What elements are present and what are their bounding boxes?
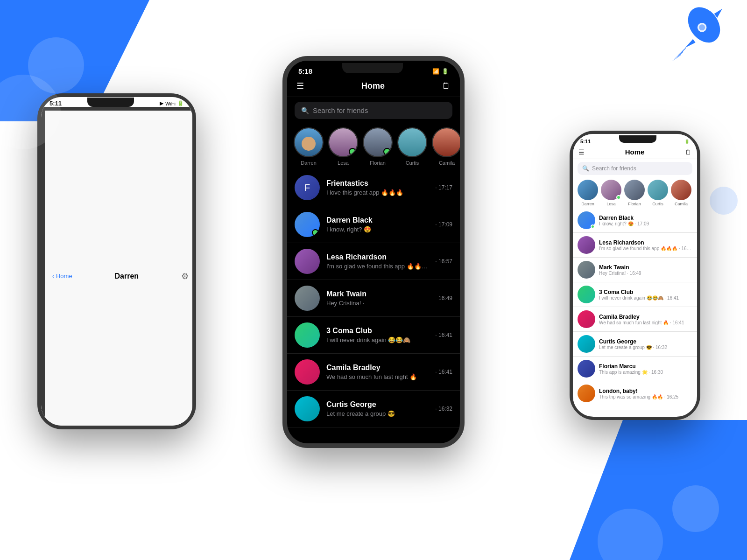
chat-name: Frientastics xyxy=(326,179,429,188)
center-notch xyxy=(342,63,403,73)
right-story-darren[interactable]: Darren xyxy=(578,180,598,206)
right-chat-name: London, baby! xyxy=(599,388,692,394)
right-menu-icon[interactable]: ☰ xyxy=(578,148,585,156)
right-chat-avatar xyxy=(578,286,595,303)
left-status-icons: ▶ WiFi 🔋 xyxy=(160,100,184,106)
chat-name: Curtis George xyxy=(326,400,429,409)
right-chat-item[interactable]: Camila Bradley We had so much fun last n… xyxy=(573,307,697,332)
right-story-curtis[interactable]: Curtis xyxy=(648,180,668,206)
right-chat-name: Darren Black xyxy=(599,215,692,221)
story-avatar-lesa xyxy=(328,127,358,157)
right-chat-info: Lesa Richardson I'm so glad we found thi… xyxy=(599,239,692,251)
right-chat-preview: I know, right? 😍 · 17:09 xyxy=(599,221,692,226)
left-phone: 5:11 ▶ WiFi 🔋 ‹ Home Darren ⚙ Hey Cristi… xyxy=(37,93,196,429)
chat-info-darren: Darren Black I know, right? 😍 xyxy=(326,216,429,233)
chat-info-camila-bradley: Camila Bradley We had so much fun last n… xyxy=(326,364,429,380)
right-story-avatar-curtis xyxy=(648,180,668,200)
story-label-florian: Florian xyxy=(370,160,386,166)
right-story-florian[interactable]: Florian xyxy=(624,180,645,206)
right-search-icon: 🔍 xyxy=(582,165,589,172)
right-status-icons: 🔋 xyxy=(684,139,690,144)
right-compose-icon[interactable]: 🗒 xyxy=(685,148,691,156)
right-story-label-lesa: Lesa xyxy=(606,202,616,206)
rocket-icon xyxy=(668,5,728,65)
chat-avatar-3coma xyxy=(295,322,320,348)
story-item-lesa[interactable]: Lesa xyxy=(328,127,358,166)
chat-item-3coma[interactable]: 3 Coma Club I will never drink again 😂😂🙈… xyxy=(287,317,460,354)
chat-item-darren-black[interactable]: Darren Black I know, right? 😍 · 17:09 xyxy=(287,206,460,243)
chat-avatar-curtis-george xyxy=(295,396,320,421)
right-story-camila[interactable]: Camila xyxy=(671,180,691,206)
right-status-time: 5:11 xyxy=(580,139,591,144)
chat-preview: Hey Cristina! · xyxy=(326,300,432,307)
right-chat-name: Florian Marcu xyxy=(599,363,692,370)
center-status-icons: 📶 🔋 xyxy=(432,68,449,75)
left-back-button[interactable]: ‹ Home xyxy=(52,273,72,280)
right-search-placeholder[interactable]: Search for friends xyxy=(592,165,636,172)
right-notch xyxy=(619,135,656,143)
left-chat-header: ‹ Home Darren ⚙ xyxy=(41,107,192,426)
story-label-lesa: Lesa xyxy=(338,160,349,166)
chat-preview: We had so much fun last night 🔥 xyxy=(326,373,429,380)
left-chat-partner-name: Darren xyxy=(77,272,176,280)
right-chat-info: Mark Twain Hey Cristina! · 16:49 xyxy=(599,264,692,276)
right-chat-preview: We had so much fun last night 🔥 · 16:41 xyxy=(599,320,692,325)
chat-name: Darren Black xyxy=(326,216,429,224)
right-chat-info: Curtis George Let me create a group 😎 · … xyxy=(599,338,692,350)
right-chat-avatar xyxy=(578,360,595,378)
right-chat-item[interactable]: Curtis George Let me create a group 😎 · … xyxy=(573,332,697,357)
chat-time: · 17:17 xyxy=(435,184,452,191)
right-chat-item[interactable]: Mark Twain Hey Cristina! · 16:49 xyxy=(573,258,697,282)
chat-time: · 16:41 xyxy=(435,369,452,375)
right-chat-avatar xyxy=(578,211,595,229)
story-avatar-darren xyxy=(294,127,324,157)
story-label-camila: Camila xyxy=(439,160,455,166)
chat-time: · 16:57 xyxy=(435,258,452,265)
chat-info-curtis-george: Curtis George Let me create a group 😎 xyxy=(326,400,429,417)
center-story-row: Darren Lesa Florian Curtis xyxy=(287,124,460,169)
chat-name: Camila Bradley xyxy=(326,364,429,372)
right-chat-item[interactable]: Florian Marcu This app is amazing 🌟 · 16… xyxy=(573,357,697,381)
center-search-placeholder[interactable]: Search for friends xyxy=(313,106,368,114)
chat-item-curtis-george[interactable]: Curtis George Let me create a group 😎 · … xyxy=(287,391,460,427)
chat-info-3coma: 3 Coma Club I will never drink again 😂😂🙈 xyxy=(326,327,429,343)
chat-item-frientastics[interactable]: F Frientastics I love this great app 🔥🔥🔥… xyxy=(287,169,460,206)
right-chat-item[interactable]: Lesa Richardson I'm so glad we found thi… xyxy=(573,233,697,258)
chat-preview: I know, right? 😍 xyxy=(326,226,429,233)
chat-item-mark[interactable]: Mark Twain Hey Cristina! · 16:49 xyxy=(287,280,460,317)
story-item-florian[interactable]: Florian xyxy=(363,127,393,166)
chat-info-mark: Mark Twain Hey Cristina! · xyxy=(326,290,432,307)
right-story-avatar-florian xyxy=(624,180,645,200)
chat-item-lesa[interactable]: Lesa Richardson I'm so glad we found thi… xyxy=(287,243,460,280)
right-chat-avatar xyxy=(578,335,595,353)
chat-avatar-frientastics: F xyxy=(295,175,320,200)
right-chat-info: Camila Bradley We had so much fun last n… xyxy=(599,314,692,325)
right-chat-preview: I'm so glad we found this app 🔥🔥🔥 · 16:5… xyxy=(599,246,692,251)
story-item-darren[interactable]: Darren xyxy=(294,127,324,166)
right-chat-name: 3 Coma Club xyxy=(599,289,692,295)
right-chat-name: Curtis George xyxy=(599,338,692,345)
left-settings-icon[interactable]: ⚙ xyxy=(181,271,189,281)
right-chat-preview: This trip was so amazing 🔥🔥 · 16:25 xyxy=(599,394,692,399)
center-compose-icon[interactable]: 🗒 xyxy=(442,81,451,91)
story-label-darren: Darren xyxy=(301,160,317,166)
right-chat-item[interactable]: Darren Black I know, right? 😍 · 17:09 xyxy=(573,208,697,233)
right-chat-item[interactable]: 3 Coma Club I will never drink again 😂😂🙈… xyxy=(573,282,697,307)
right-header-title: Home xyxy=(625,148,645,156)
right-story-row: Darren Lesa Florian Curtis Camila xyxy=(573,178,697,208)
story-avatar-camila xyxy=(432,127,460,157)
center-menu-icon[interactable]: ☰ xyxy=(296,81,304,91)
right-story-label-curtis: Curtis xyxy=(652,202,663,206)
right-phone-screen: 5:11 🔋 ☰ Home 🗒 🔍 Search for friends Dar… xyxy=(573,134,697,417)
right-chat-avatar xyxy=(578,236,595,254)
left-phone-screen: 5:11 ▶ WiFi 🔋 ‹ Home Darren ⚙ Hey Cristi… xyxy=(41,97,192,426)
chat-preview: I will never drink again 😂😂🙈 xyxy=(326,336,429,343)
chat-preview: Let me create a group 😎 xyxy=(326,410,429,417)
chat-item-camila-bradley[interactable]: Camila Bradley We had so much fun last n… xyxy=(287,354,460,391)
chat-preview: I love this great app 🔥🔥🔥 xyxy=(326,189,429,196)
story-item-camila[interactable]: Camila xyxy=(432,127,460,166)
right-chat-item[interactable]: London, baby! This trip was so amazing 🔥… xyxy=(573,381,697,406)
right-story-lesa[interactable]: Lesa xyxy=(601,180,621,206)
story-item-curtis[interactable]: Curtis xyxy=(397,127,427,166)
right-chat-preview: This app is amazing 🌟 · 16:30 xyxy=(599,370,692,375)
